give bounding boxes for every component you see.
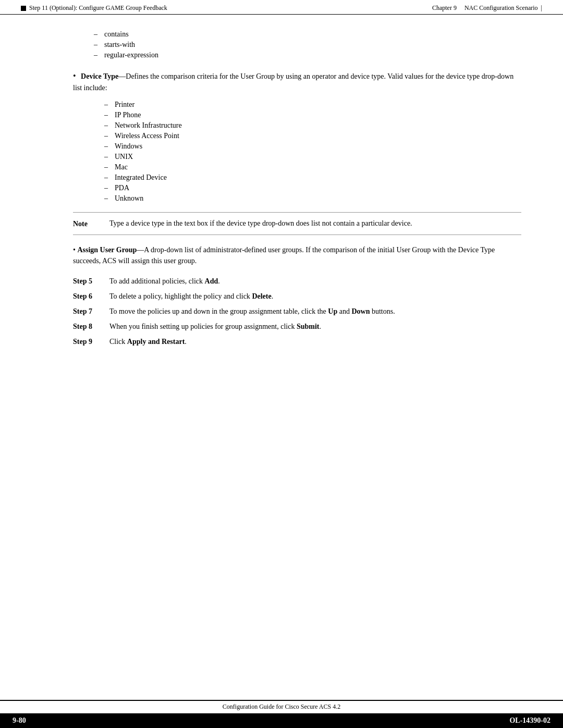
header-square-icon <box>21 6 26 11</box>
step-8-row: Step 8 When you finish setting up polici… <box>73 321 521 332</box>
page-header: Step 11 (Optional): Configure GAME Group… <box>0 0 563 15</box>
list-item: Mac <box>104 163 521 171</box>
list-item: IP Phone <box>104 111 521 119</box>
list-item: Integrated Device <box>104 174 521 182</box>
step-9-label: Step 9 <box>73 336 109 347</box>
device-type-paragraph: • Device Type—Defines the comparison cri… <box>73 70 521 93</box>
list-item: Unknown <box>104 194 521 203</box>
step-5-label: Step 5 <box>73 276 109 287</box>
list-item: Network Infrastructure <box>104 121 521 130</box>
list-item: Windows <box>104 142 521 151</box>
list-item: Wireless Access Point <box>104 132 521 140</box>
list-item: Printer <box>104 101 521 109</box>
device-type-label: Device Type <box>81 72 118 80</box>
list-item: UNIX <box>104 153 521 161</box>
step-6-label: Step 6 <box>73 291 109 302</box>
list-item: PDA <box>104 184 521 192</box>
steps-section: Step 5 To add additional policies, click… <box>73 276 521 347</box>
step-7-content: To move the policies up and down in the … <box>109 306 521 317</box>
page-number: 9-80 <box>8 715 30 726</box>
list-item: contains <box>94 30 521 39</box>
step-6-content: To delete a policy, highlight the policy… <box>109 291 521 302</box>
step-7-label: Step 7 <box>73 306 109 317</box>
step-6-row: Step 6 To delete a policy, highlight the… <box>73 291 521 302</box>
chapter-label: Chapter 9 <box>432 4 457 11</box>
assign-user-group-paragraph: • Assign User Group—A drop-down list of … <box>73 244 521 266</box>
step-9-row: Step 9 Click Apply and Restart. <box>73 336 521 347</box>
note-text: Type a device type in the text box if th… <box>109 218 521 229</box>
list-item: regular-expression <box>94 51 521 59</box>
chapter-info: Chapter 9 NAC Configuration Scenario | <box>432 4 542 12</box>
header-left: Step 11 (Optional): Configure GAME Group… <box>21 4 167 12</box>
main-content: contains starts-with regular-expression … <box>0 15 563 393</box>
step-8-label: Step 8 <box>73 321 109 332</box>
bullet-dot: • <box>73 71 76 80</box>
step-5-row: Step 5 To add additional policies, click… <box>73 276 521 287</box>
section-label: NAC Configuration Scenario <box>464 4 538 11</box>
step-5-content: To add additional policies, click Add. <box>109 276 521 287</box>
footer-bottom: 9-80 OL-14390-02 <box>0 713 563 728</box>
assign-label: Assign User Group <box>77 246 137 254</box>
step-7-row: Step 7 To move the policies up and down … <box>73 306 521 317</box>
note-box: Note Type a device type in the text box … <box>73 212 521 235</box>
device-type-list: Printer IP Phone Network Infrastructure … <box>104 101 521 203</box>
top-bullet-list: contains starts-with regular-expression <box>94 30 521 59</box>
device-type-intro: —Defines the comparison criteria for the… <box>73 72 513 92</box>
bullet-dot-2: • <box>73 246 76 254</box>
doc-number: OL-14390-02 <box>505 715 555 726</box>
list-item: starts-with <box>94 41 521 49</box>
step-title: Step 11 (Optional): Configure GAME Group… <box>29 4 167 12</box>
page-footer: Configuration Guide for Cisco Secure ACS… <box>0 700 563 728</box>
step-8-content: When you finish setting up policies for … <box>109 321 521 332</box>
assign-text: —A drop-down list of administrator-defin… <box>73 246 495 265</box>
note-label: Note <box>73 218 99 229</box>
footer-guide-title: Configuration Guide for Cisco Secure ACS… <box>0 701 563 713</box>
step-9-content: Click Apply and Restart. <box>109 336 521 347</box>
